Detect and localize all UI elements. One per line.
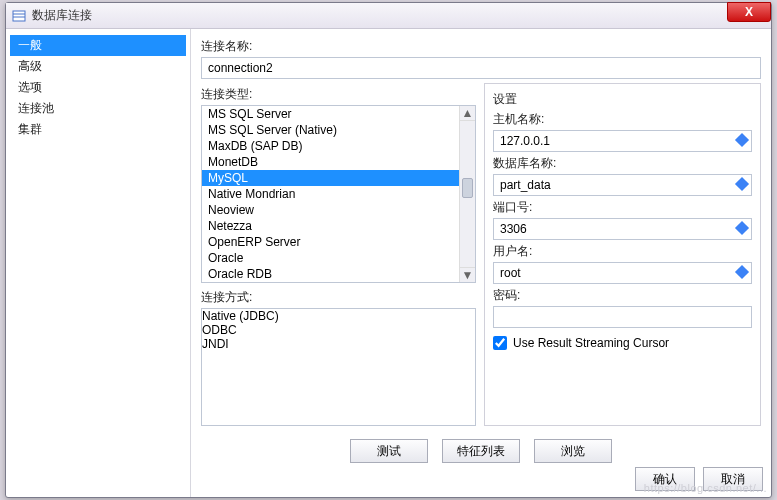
list-item[interactable]: MySQL xyxy=(202,170,475,186)
scroll-thumb[interactable] xyxy=(462,178,473,198)
checkbox-input[interactable] xyxy=(493,336,507,350)
titlebar[interactable]: 数据库连接 X xyxy=(6,3,771,29)
list-item[interactable]: Neoview xyxy=(202,202,475,218)
access-method-label: 连接方式: xyxy=(201,289,476,306)
sidebar-item-advanced[interactable]: 高级 xyxy=(10,56,186,77)
left-column: 连接类型: MS SQL Server MS SQL Server (Nativ… xyxy=(201,83,476,426)
sidebar-item-pooling[interactable]: 连接池 xyxy=(10,98,186,119)
list-item[interactable]: Palo MOLAP Server xyxy=(202,282,475,283)
svg-rect-0 xyxy=(13,11,25,21)
feature-list-button[interactable]: 特征列表 xyxy=(442,439,520,463)
settings-label: 设置 xyxy=(493,91,752,108)
list-item[interactable]: OpenERP Server xyxy=(202,234,475,250)
list-item[interactable]: Oracle RDB xyxy=(202,266,475,282)
action-buttons: 测试 特征列表 浏览 xyxy=(191,439,771,463)
list-item[interactable]: Netezza xyxy=(202,218,475,234)
host-label: 主机名称: xyxy=(493,111,752,128)
sidebar-item-options[interactable]: 选项 xyxy=(10,77,186,98)
window-title: 数据库连接 xyxy=(32,7,92,24)
list-item[interactable]: MS SQL Server xyxy=(202,106,475,122)
app-icon xyxy=(12,9,26,23)
list-scrollbar[interactable]: ▲ ▼ xyxy=(459,106,475,282)
username-label: 用户名: xyxy=(493,243,752,260)
list-item[interactable]: MS SQL Server (Native) xyxy=(202,122,475,138)
host-input[interactable] xyxy=(493,130,752,152)
list-item[interactable]: MaxDB (SAP DB) xyxy=(202,138,475,154)
sidebar-item-cluster[interactable]: 集群 xyxy=(10,119,186,140)
scroll-up-icon[interactable]: ▲ xyxy=(460,106,475,121)
close-button[interactable]: X xyxy=(727,2,771,22)
list-item[interactable]: Native (JDBC) xyxy=(202,309,475,323)
password-label: 密码: xyxy=(493,287,752,304)
streaming-cursor-checkbox[interactable]: Use Result Streaming Cursor xyxy=(493,336,752,350)
list-item[interactable]: ODBC xyxy=(202,323,475,337)
sidebar-item-general[interactable]: 一般 xyxy=(10,35,186,56)
list-item[interactable]: Native Mondrian xyxy=(202,186,475,202)
list-item[interactable]: MonetDB xyxy=(202,154,475,170)
connection-name-input[interactable] xyxy=(201,57,761,79)
password-input[interactable] xyxy=(493,306,752,328)
database-label: 数据库名称: xyxy=(493,155,752,172)
connection-name-label: 连接名称: xyxy=(201,38,761,55)
category-sidebar: 一般 高级 选项 连接池 集群 xyxy=(6,29,191,497)
access-method-list[interactable]: Native (JDBC) ODBC JNDI xyxy=(201,308,476,426)
dialog-footer: 确认 取消 xyxy=(635,467,763,491)
cancel-button[interactable]: 取消 xyxy=(703,467,763,491)
main-panel: 连接名称: 连接类型: MS SQL Server MS SQL Server … xyxy=(191,29,771,497)
list-item[interactable]: Oracle xyxy=(202,250,475,266)
port-label: 端口号: xyxy=(493,199,752,216)
username-input[interactable] xyxy=(493,262,752,284)
settings-panel: 设置 主机名称: 数据库名称: 端口号: 用户名: 密码: Use Result… xyxy=(484,83,761,426)
list-item[interactable]: JNDI xyxy=(202,337,475,351)
dialog-body: 一般 高级 选项 连接池 集群 连接名称: 连接类型: MS SQL Serve… xyxy=(6,29,771,497)
scroll-down-icon[interactable]: ▼ xyxy=(460,267,475,282)
connection-type-label: 连接类型: xyxy=(201,86,476,103)
ok-button[interactable]: 确认 xyxy=(635,467,695,491)
database-input[interactable] xyxy=(493,174,752,196)
checkbox-label: Use Result Streaming Cursor xyxy=(513,336,669,350)
browse-button[interactable]: 浏览 xyxy=(534,439,612,463)
connection-type-list[interactable]: MS SQL Server MS SQL Server (Native) Max… xyxy=(201,105,476,283)
test-button[interactable]: 测试 xyxy=(350,439,428,463)
port-input[interactable] xyxy=(493,218,752,240)
dialog-window: 数据库连接 X 一般 高级 选项 连接池 集群 连接名称: 连接类型: MS S… xyxy=(5,2,772,498)
